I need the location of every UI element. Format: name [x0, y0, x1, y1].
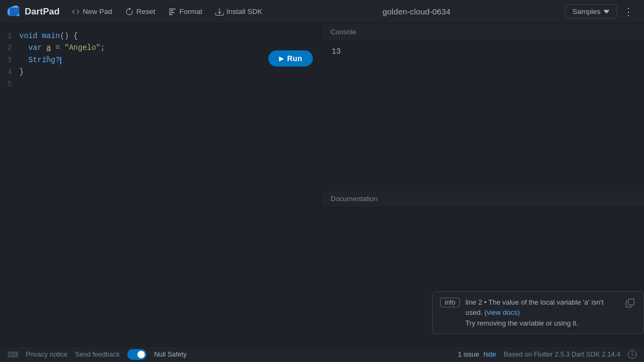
- reset-icon: [125, 8, 134, 16]
- editor-panel: 1 void main() { 2 var a = "Angelo"; 3 St…: [0, 24, 322, 346]
- documentation-header: Documentation: [322, 190, 644, 208]
- pad-title: golden-cloud-0634: [383, 7, 451, 16]
- code-content-1: void main() {: [19, 30, 321, 42]
- null-safety-label: Null Safety: [154, 351, 186, 358]
- keyboard-icon[interactable]: ⌨: [8, 350, 18, 359]
- hide-button[interactable]: hide: [484, 351, 496, 358]
- run-button-container: ▶ Run: [268, 50, 313, 67]
- console-panel: Console 13: [322, 24, 644, 190]
- copy-icon: [626, 299, 634, 307]
- format-icon: [168, 8, 177, 16]
- line-number-5: 5: [0, 78, 19, 90]
- flutter-version-info: Based on Flutter 2.5.3 Dart SDK 2.14.4: [504, 351, 620, 358]
- send-feedback-link[interactable]: Send feedback: [75, 351, 120, 358]
- samples-button[interactable]: Samples: [565, 4, 617, 19]
- line-number-2: 2: [0, 42, 19, 54]
- install-sdk-label: Install SDK: [226, 8, 262, 16]
- logo-area: DartPad: [6, 4, 60, 19]
- issue-area: 1 issue hide: [458, 351, 496, 358]
- info-message-text: line 2 • The value of the local variable…: [465, 297, 619, 329]
- code-line-1: 1 void main() {: [0, 30, 321, 42]
- samples-label: Samples: [572, 8, 601, 16]
- copy-button[interactable]: [624, 297, 636, 311]
- chevron-down-icon: [603, 8, 610, 16]
- view-docs-link[interactable]: (view docs): [485, 308, 520, 316]
- code-content-4: }: [19, 66, 321, 78]
- console-output: 13: [322, 41, 644, 190]
- reset-button[interactable]: Reset: [120, 5, 160, 19]
- install-sdk-button[interactable]: Install SDK: [210, 5, 268, 19]
- line-number-4: 4: [0, 66, 19, 78]
- privacy-notice-link[interactable]: Privacy notice: [26, 351, 68, 358]
- new-pad-label: New Pad: [83, 8, 112, 16]
- status-dot: [46, 56, 50, 60]
- issue-count: 1 issue: [458, 351, 479, 358]
- code-icon: [71, 8, 80, 16]
- bottom-bar: ⌨ Privacy notice Send feedback Null Safe…: [0, 346, 644, 362]
- top-navigation: DartPad New Pad Reset Format Install SDK…: [0, 0, 644, 24]
- code-content-5: [19, 78, 321, 90]
- info-message-bar: info line 2 • The value of the local var…: [432, 291, 644, 335]
- play-icon: ▶: [279, 55, 283, 62]
- code-editor[interactable]: 1 void main() { 2 var a = "Angelo"; 3 St…: [0, 24, 321, 346]
- info-badge: info: [440, 298, 460, 307]
- console-output-text: 13: [332, 47, 341, 56]
- info-circle-icon[interactable]: i: [628, 350, 636, 359]
- run-button-label: Run: [287, 54, 302, 63]
- format-label: Format: [179, 8, 202, 16]
- more-options-button[interactable]: ⋮: [619, 4, 638, 19]
- app-title: DartPad: [25, 6, 60, 17]
- line-number-3: 3: [0, 54, 19, 66]
- console-header: Console: [322, 24, 644, 41]
- run-button[interactable]: ▶ Run: [268, 50, 313, 67]
- dartpad-logo-icon: [6, 4, 21, 19]
- download-icon: [215, 8, 224, 16]
- new-pad-button[interactable]: New Pad: [66, 5, 118, 19]
- info-suggestion: Try removing the variable or using it.: [465, 319, 578, 327]
- code-line-4: 4 }: [0, 66, 321, 78]
- code-line-5: 5: [0, 78, 321, 90]
- null-safety-toggle[interactable]: [127, 349, 147, 360]
- main-content: 1 void main() { 2 var a = "Angelo"; 3 St…: [0, 24, 644, 346]
- format-button[interactable]: Format: [163, 5, 208, 19]
- reset-label: Reset: [136, 8, 155, 16]
- line-number-1: 1: [0, 30, 19, 42]
